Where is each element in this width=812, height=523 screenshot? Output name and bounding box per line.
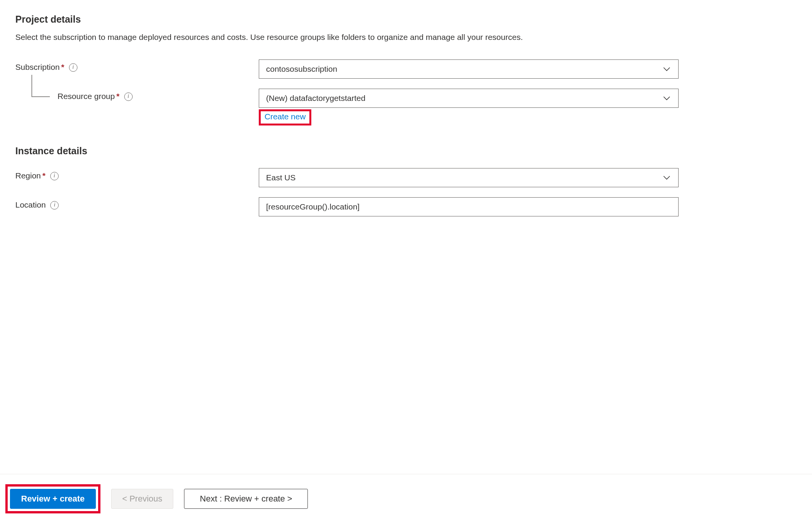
create-new-highlight: Create new bbox=[259, 109, 311, 125]
resource-group-select[interactable]: (New) datafactorygetstarted bbox=[259, 89, 679, 108]
subscription-value: contososubscription bbox=[266, 64, 337, 74]
required-mark: * bbox=[61, 63, 64, 72]
resource-group-value: (New) datafactorygetstarted bbox=[266, 94, 365, 103]
region-label: Region bbox=[15, 171, 41, 180]
subscription-row: Subscription * contososubscription bbox=[15, 59, 797, 79]
previous-button: < Previous bbox=[111, 489, 174, 509]
required-mark: * bbox=[116, 92, 119, 101]
review-create-button[interactable]: Review + create bbox=[10, 489, 96, 509]
location-label: Location bbox=[15, 200, 46, 210]
info-icon[interactable] bbox=[69, 63, 77, 72]
chevron-down-icon bbox=[662, 94, 671, 103]
info-icon[interactable] bbox=[50, 201, 59, 210]
footer-bar: Review + create < Previous Next : Review… bbox=[0, 474, 812, 523]
next-button[interactable]: Next : Review + create > bbox=[184, 489, 308, 509]
subscription-select[interactable]: contososubscription bbox=[259, 59, 679, 79]
region-row: Region * East US bbox=[15, 168, 797, 187]
location-row: Location bbox=[15, 197, 797, 216]
project-details-description: Select the subscription to manage deploy… bbox=[15, 31, 629, 43]
instance-details-heading: Instance details bbox=[15, 145, 797, 157]
project-details-heading: Project details bbox=[15, 14, 797, 25]
subscription-label: Subscription bbox=[15, 63, 60, 72]
region-select[interactable]: East US bbox=[259, 168, 679, 187]
create-new-link[interactable]: Create new bbox=[265, 112, 306, 121]
chevron-down-icon bbox=[662, 173, 671, 182]
info-icon[interactable] bbox=[50, 172, 59, 180]
required-mark: * bbox=[43, 171, 46, 180]
tree-connector-icon bbox=[31, 75, 50, 97]
location-input[interactable] bbox=[259, 197, 679, 216]
resource-group-label: Resource group bbox=[58, 92, 115, 101]
review-create-highlight: Review + create bbox=[5, 484, 100, 513]
chevron-down-icon bbox=[662, 64, 671, 74]
region-value: East US bbox=[266, 173, 296, 182]
resource-group-row: Resource group * (New) datafactorygetsta… bbox=[15, 89, 797, 125]
info-icon[interactable] bbox=[124, 92, 133, 101]
